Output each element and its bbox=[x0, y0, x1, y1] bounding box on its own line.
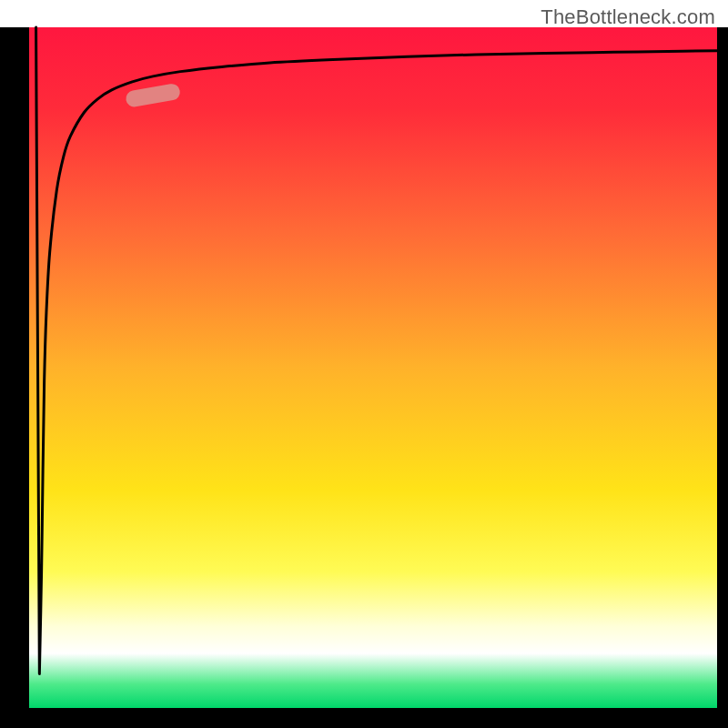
svg-rect-38 bbox=[685, 708, 687, 713]
svg-rect-34 bbox=[560, 708, 561, 713]
svg-rect-35 bbox=[592, 708, 593, 713]
svg-rect-24 bbox=[248, 708, 249, 713]
svg-rect-23 bbox=[216, 708, 217, 713]
svg-rect-17 bbox=[24, 669, 29, 671]
plot-background bbox=[29, 27, 717, 708]
svg-rect-37 bbox=[653, 708, 655, 713]
svg-rect-3 bbox=[24, 140, 29, 142]
svg-rect-22 bbox=[185, 708, 187, 713]
svg-rect-16 bbox=[24, 632, 29, 633]
svg-rect-12 bbox=[24, 480, 29, 482]
svg-rect-10 bbox=[24, 405, 29, 407]
svg-rect-14 bbox=[24, 556, 29, 558]
svg-rect-21 bbox=[153, 708, 155, 713]
x-axis bbox=[0, 708, 728, 728]
svg-rect-30 bbox=[435, 708, 437, 713]
svg-rect-33 bbox=[529, 708, 531, 713]
svg-rect-11 bbox=[24, 442, 29, 444]
svg-rect-27 bbox=[341, 708, 343, 713]
svg-rect-18 bbox=[59, 708, 61, 713]
svg-rect-1 bbox=[24, 65, 29, 66]
svg-rect-28 bbox=[372, 708, 374, 713]
svg-rect-13 bbox=[24, 518, 29, 520]
svg-rect-32 bbox=[497, 708, 499, 713]
svg-rect-15 bbox=[24, 593, 29, 595]
svg-rect-5 bbox=[24, 216, 29, 217]
svg-rect-19 bbox=[91, 708, 93, 713]
svg-rect-2 bbox=[24, 102, 29, 104]
svg-rect-7 bbox=[24, 291, 29, 293]
svg-rect-6 bbox=[24, 253, 29, 255]
svg-rect-29 bbox=[403, 708, 405, 713]
watermark: TheBottleneck.com bbox=[541, 5, 715, 29]
svg-rect-36 bbox=[622, 708, 624, 713]
svg-rect-9 bbox=[24, 367, 29, 369]
svg-rect-20 bbox=[122, 708, 124, 713]
right-border bbox=[717, 27, 728, 708]
svg-rect-25 bbox=[278, 708, 280, 713]
svg-rect-26 bbox=[309, 708, 311, 713]
chart-container: TheBottleneck.com bbox=[0, 0, 728, 728]
svg-rect-4 bbox=[24, 177, 29, 179]
svg-rect-31 bbox=[466, 708, 468, 713]
svg-rect-8 bbox=[24, 329, 29, 330]
chart-svg bbox=[0, 0, 728, 728]
